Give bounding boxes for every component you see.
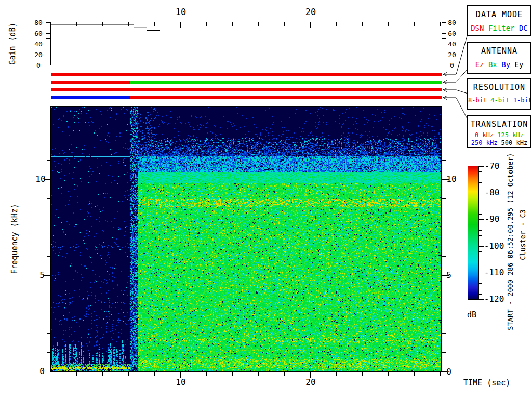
freq-tick-right [442,314,446,314]
top-axis-tick [336,22,337,26]
top-axis-tick [76,22,77,26]
colorbar-tick [479,182,482,183]
top-axis-tick [102,22,103,26]
colorbar-tick [479,177,482,177]
legend-title: ANTENNA [468,46,530,56]
legend-value-8-bit: 8-bit [468,97,487,104]
spectrogram-canvas [51,107,442,371]
colorbar-tick [479,241,482,241]
colorbar-tick [479,209,482,209]
status-bar-data-mode [51,73,442,76]
colorbar-tick [479,246,484,247]
legend-value-ey: Ey [510,60,523,69]
top-axis-tick [440,22,441,26]
gain-line [51,22,442,66]
legend-title: DATA MODE [468,10,530,19]
colorbar-tick [479,225,482,225]
freq-tick-left [47,256,51,257]
time-tick [258,372,259,376]
top-axis-tick [180,22,181,28]
legend-box-data-mode: DATA MODEDSN Filter DC [467,5,531,36]
legend-value-dc: DC [515,24,528,32]
time-axis-label: TIME (sec) [463,378,510,388]
time-tick [284,372,285,376]
freq-tick-label-right: 0 [446,368,451,376]
legend-values: DSN Filter DC [468,24,530,32]
time-tick-label: 20 [305,378,315,387]
colorbar-unit-label: dB [467,310,476,320]
gain-tick-label-right: 20 [448,51,456,58]
legend-values: 250 kHz 500 kHz [468,139,530,147]
colorbar-tick-label: -100 [484,242,504,250]
freq-tick-label-left: 10 [35,175,45,183]
freq-tick-right [442,198,446,199]
colorbar-tick [479,235,482,236]
status-bar-antenna [51,81,442,84]
gain-tick-left [46,22,51,23]
top-axis-tick [414,22,415,26]
gain-tick-label-left: 40 [34,41,43,47]
legend-box-antenna: ANTENNAEz Bx By Ey [467,42,531,74]
colorbar-tick [479,214,482,215]
legend-box-translation: TRANSLATION0 kHz 125 kHz250 kHz 500 kHz [467,115,531,148]
frequency-axis-label: Frequency (kHz) [11,204,19,274]
legend-value-250-khz: 250 kHz [471,139,498,147]
gain-tick-label-left: 0 [36,62,41,69]
legend-value-125-khz: 125 kHz [494,131,524,139]
colorbar-tick [479,193,484,193]
freq-tick-right [442,352,446,353]
legend-value-dsn: DSN [471,24,484,32]
spacecraft-annotation: Cluster - C3 [520,209,527,260]
spectrogram-display-page: Gain (dB) Frequency (kHz) TIME (sec) dB … [0,0,532,399]
freq-tick-left [47,160,51,161]
time-tick [76,372,77,376]
legend-value-bx: Bx [484,60,497,69]
top-axis-tick [206,22,207,26]
gain-tick-left [46,55,51,55]
colorbar-tick [479,262,482,262]
time-tick [362,372,363,376]
gain-tick-right [442,65,446,65]
time-tick [336,372,337,376]
colorbar-tick [479,251,482,252]
colorbar-tick [479,188,482,188]
colorbar-tick [479,204,482,204]
freq-tick-left [47,295,51,295]
colorbar-tick-label: -120 [484,295,504,303]
gain-tick-right [442,60,446,60]
legend-values: Ez Bx By Ey [468,60,530,69]
freq-tick-right [442,141,446,141]
top-time-tick-label: 10 [176,8,186,17]
start-time-annotation: START - 2000 286 06:52:00.295 (12 Octobe… [507,153,514,330]
top-axis-tick [154,22,155,26]
top-axis-tick [284,22,285,26]
gain-tick-label-right: 40 [448,41,456,47]
colorbar-tick-label: -110 [484,269,504,277]
top-axis-tick [310,22,311,28]
freq-tick-right [442,256,446,257]
legend-value-4-bit: 4-bit [487,97,509,104]
time-tick [154,372,155,376]
legend-value-filter: Filter [484,24,514,32]
time-tick-label: 10 [176,378,185,387]
top-axis-tick [232,22,233,26]
top-axis-tick [362,22,363,26]
time-tick [102,372,103,376]
time-tick [128,372,129,376]
colorbar [468,166,479,300]
colorbar-tick [479,278,482,278]
status-bar-translation [51,96,442,99]
colorbar-tick-label: -80 [485,189,500,197]
colorbar-tick [479,230,482,231]
gain-tick-left [46,44,51,44]
freq-tick-left [47,314,51,314]
gain-tick-right [442,49,446,49]
gain-tick-left [46,28,51,28]
colorbar-tick [479,299,484,300]
legend-value-500-khz: 500 kHz [497,139,527,147]
colorbar-tick [479,171,482,172]
gain-tick-right [442,28,446,28]
status-bar-segment [130,96,442,99]
colorbar-tick [479,268,482,268]
colorbar-tick [479,289,482,289]
